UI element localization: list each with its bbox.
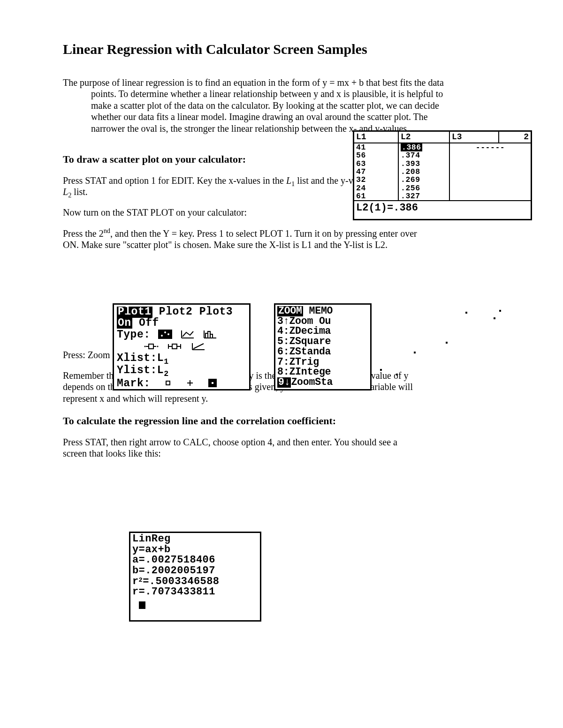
scatter-plot-icon bbox=[158, 329, 172, 340]
calc-screen-linreg: LinReg y=ax+b a=.0027518406 b=.200200519… bbox=[129, 532, 261, 622]
off-option: Off bbox=[139, 317, 159, 329]
mark-dot-selected-icon bbox=[208, 378, 217, 389]
L-symbol: L bbox=[63, 187, 68, 197]
L-symbol: L bbox=[286, 175, 291, 186]
cell: 41 bbox=[354, 143, 398, 151]
linreg-eq: y=ax+b bbox=[132, 545, 258, 555]
ylist-row: Ylist:L2 bbox=[117, 365, 246, 378]
dot-icon bbox=[414, 352, 416, 353]
modified-boxplot-icon bbox=[144, 341, 159, 353]
table-header: L1 L2 L3 2 bbox=[354, 132, 531, 143]
text: =.5003346588 bbox=[143, 576, 219, 587]
superscript-nd: nd bbox=[104, 227, 110, 234]
cell: .374 bbox=[398, 151, 449, 159]
cell: .393 bbox=[398, 160, 449, 168]
linreg-a: a=.0027518406 bbox=[132, 555, 258, 566]
svg-point-11 bbox=[157, 345, 159, 347]
cell bbox=[449, 184, 531, 192]
cell bbox=[449, 151, 531, 159]
mark-label: Mark: bbox=[117, 377, 151, 390]
superscript-2: 2 bbox=[139, 577, 143, 584]
cell: .327 bbox=[398, 192, 449, 200]
intro-paragraph: The purpose of linear regression is to f… bbox=[63, 77, 448, 134]
cell: .256 bbox=[398, 184, 449, 192]
plot2-tab: Plot2 bbox=[159, 306, 193, 318]
dot-icon bbox=[380, 369, 382, 371]
dot-icon bbox=[494, 317, 495, 319]
text: r bbox=[132, 576, 139, 587]
text: Ylist:L bbox=[117, 364, 164, 376]
zoom-tab: ZOOM bbox=[277, 306, 303, 316]
zoom-item-selected: 9↓ZoomSta bbox=[277, 377, 368, 388]
heading-regression: To calculate the regression line and the… bbox=[63, 414, 502, 428]
col-index: 2 bbox=[499, 132, 531, 143]
table-row: 32.269 bbox=[354, 176, 531, 184]
svg-point-10 bbox=[145, 345, 146, 347]
dot-icon bbox=[499, 310, 501, 312]
page-title: Linear Regression with Calculator Screen… bbox=[63, 40, 502, 58]
cell: 61 bbox=[354, 192, 398, 200]
text: list. bbox=[71, 187, 87, 197]
svg-point-3 bbox=[167, 333, 169, 335]
histogram-icon bbox=[203, 329, 217, 340]
mark-plus-icon bbox=[187, 378, 193, 389]
svg-rect-12 bbox=[172, 344, 177, 349]
cell: .208 bbox=[398, 168, 449, 176]
zoom-item-text: ZoomSta bbox=[291, 376, 333, 388]
cell: 47 bbox=[354, 168, 398, 176]
cell bbox=[449, 168, 531, 176]
plot3-tab: Plot3 bbox=[199, 306, 233, 318]
document-page: Linear Regression with Calculator Screen… bbox=[0, 0, 563, 728]
linreg-b: b=.2002005197 bbox=[132, 566, 258, 577]
svg-rect-7 bbox=[149, 344, 153, 349]
plot1-tab: Plot1 bbox=[117, 307, 152, 318]
xyline-plot-icon bbox=[181, 329, 195, 340]
xlist-row: Xlist:L1 bbox=[117, 353, 246, 366]
zoom-header: ZOOM MEMO bbox=[277, 306, 368, 316]
type-label: Type: bbox=[117, 329, 151, 341]
cell bbox=[449, 176, 531, 184]
calc-status-line: L2(1)=.386 bbox=[354, 200, 531, 215]
table-row: 63.393 bbox=[354, 160, 531, 168]
calc-list-table: L1 L2 L3 2 41.386------ 56.374 63.393 47… bbox=[354, 132, 531, 200]
zoom-item: 3↑Zoom Ou bbox=[277, 316, 368, 327]
text: Press the 2 bbox=[63, 228, 104, 239]
plot-on-off: On Off bbox=[117, 318, 246, 329]
linreg-title: LinReg bbox=[132, 534, 258, 545]
cell: .269 bbox=[398, 176, 449, 184]
calc-screen-plot-setup: Plot1 Plot2 Plot3 On Off Type: bbox=[113, 303, 251, 390]
zoom-item: 4:ZDecima bbox=[277, 326, 368, 337]
col-L1: L1 bbox=[354, 132, 398, 143]
highlighted-cell: .386 bbox=[401, 143, 422, 151]
dot-icon bbox=[446, 342, 448, 344]
mark-box-icon bbox=[165, 378, 171, 389]
svg-rect-21 bbox=[212, 382, 213, 384]
zoom-item: 8:ZIntege bbox=[277, 367, 368, 377]
table-row: 24.256 bbox=[354, 184, 531, 192]
zoom-item: 7:ZTrig bbox=[277, 357, 368, 368]
cell bbox=[449, 160, 531, 168]
cell: 32 bbox=[354, 176, 398, 184]
cell: ------ bbox=[449, 143, 531, 151]
dot-icon bbox=[396, 374, 398, 375]
text: Press STAT and option 1 for EDIT. Key th… bbox=[63, 175, 286, 186]
normal-prob-plot-icon bbox=[191, 341, 205, 353]
text: Xlist:L bbox=[117, 352, 164, 364]
svg-point-2 bbox=[164, 331, 166, 333]
text: , and then the Y = key. Press 1 to selec… bbox=[63, 228, 417, 250]
calc-screen-zoom-menu: ZOOM MEMO 3↑Zoom Ou 4:ZDecima 5:ZSquare … bbox=[274, 303, 372, 390]
paragraph-press-2nd: Press the 2nd, and then the Y = key. Pre… bbox=[63, 228, 419, 251]
table-row: 47.208 bbox=[354, 168, 531, 176]
cell bbox=[449, 192, 531, 200]
linreg-r: r=.7073433811 bbox=[132, 587, 258, 598]
calc-screen-list-editor: L1 L2 L3 2 41.386------ 56.374 63.393 47… bbox=[353, 130, 532, 220]
zoom-item: 6:ZStanda bbox=[277, 347, 368, 357]
zoom-item-num: 9↓ bbox=[277, 377, 291, 388]
linreg-r2: r2=.5003346588 bbox=[132, 577, 258, 587]
col-L2: L2 bbox=[398, 132, 449, 143]
plot-type-row1: Type: bbox=[117, 329, 246, 341]
plot-tabs: Plot1 Plot2 Plot3 bbox=[117, 307, 246, 318]
boxplot-icon bbox=[167, 341, 183, 353]
memory-tab: MEMO bbox=[309, 305, 333, 316]
cursor-icon bbox=[139, 601, 145, 609]
